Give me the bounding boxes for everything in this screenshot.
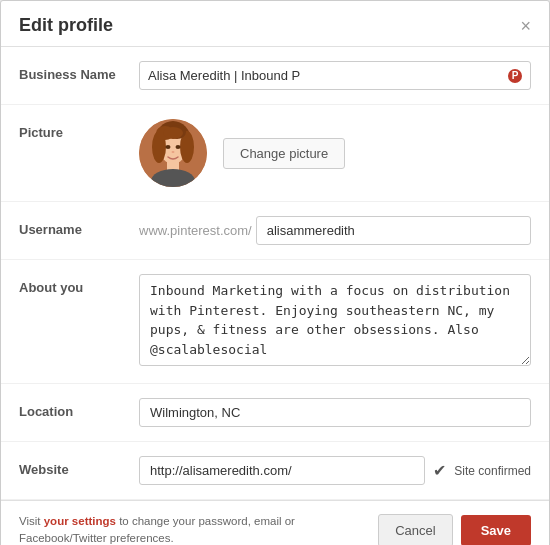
picture-field: Change picture [139, 119, 531, 187]
username-input[interactable] [256, 216, 531, 245]
username-row: Username www.pinterest.com/ [1, 202, 549, 260]
svg-point-9 [176, 145, 181, 149]
username-field: www.pinterest.com/ [139, 216, 531, 245]
about-you-field: Inbound Marketing with a focus on distri… [139, 274, 531, 369]
modal-title: Edit profile [19, 15, 113, 36]
location-row: Location [1, 384, 549, 442]
picture-label: Picture [19, 119, 139, 140]
svg-point-8 [166, 145, 171, 149]
modal-body: Business Name P Picture [1, 47, 549, 500]
svg-point-7 [163, 127, 183, 139]
footer-buttons: Cancel Save [378, 514, 531, 545]
avatar [139, 119, 207, 187]
location-label: Location [19, 398, 139, 419]
about-you-row: About you Inbound Marketing with a focus… [1, 260, 549, 384]
about-you-label: About you [19, 274, 139, 295]
website-row: Website ✔ Site confirmed [1, 442, 549, 500]
website-input[interactable] [139, 456, 425, 485]
website-field: ✔ Site confirmed [139, 456, 531, 485]
modal-header: Edit profile × [1, 1, 549, 47]
picture-row: Picture [1, 105, 549, 202]
location-field [139, 398, 531, 427]
business-name-input[interactable] [148, 62, 506, 89]
svg-point-10 [172, 151, 175, 153]
save-button[interactable]: Save [461, 515, 531, 545]
business-name-label: Business Name [19, 61, 139, 82]
change-picture-button[interactable]: Change picture [223, 138, 345, 169]
edit-profile-modal: Edit profile × Business Name P Picture [0, 0, 550, 545]
footer-note: Visit your settings to change your passw… [19, 513, 319, 545]
business-name-row: Business Name P [1, 47, 549, 105]
location-input[interactable] [139, 398, 531, 427]
cancel-button[interactable]: Cancel [378, 514, 452, 545]
website-label: Website [19, 456, 139, 477]
picture-controls: Change picture [139, 119, 531, 187]
site-confirmed-text: Site confirmed [454, 464, 531, 478]
username-label: Username [19, 216, 139, 237]
business-name-field: P [139, 61, 531, 90]
footer-note-before: Visit [19, 515, 44, 527]
site-confirmed-icon: ✔ [433, 461, 446, 480]
about-you-input[interactable]: Inbound Marketing with a focus on distri… [139, 274, 531, 366]
close-button[interactable]: × [520, 17, 531, 35]
modal-footer: Visit your settings to change your passw… [1, 500, 549, 545]
settings-link[interactable]: your settings [44, 515, 116, 527]
pinterest-icon: P [508, 69, 522, 83]
username-prefix: www.pinterest.com/ [139, 223, 252, 238]
